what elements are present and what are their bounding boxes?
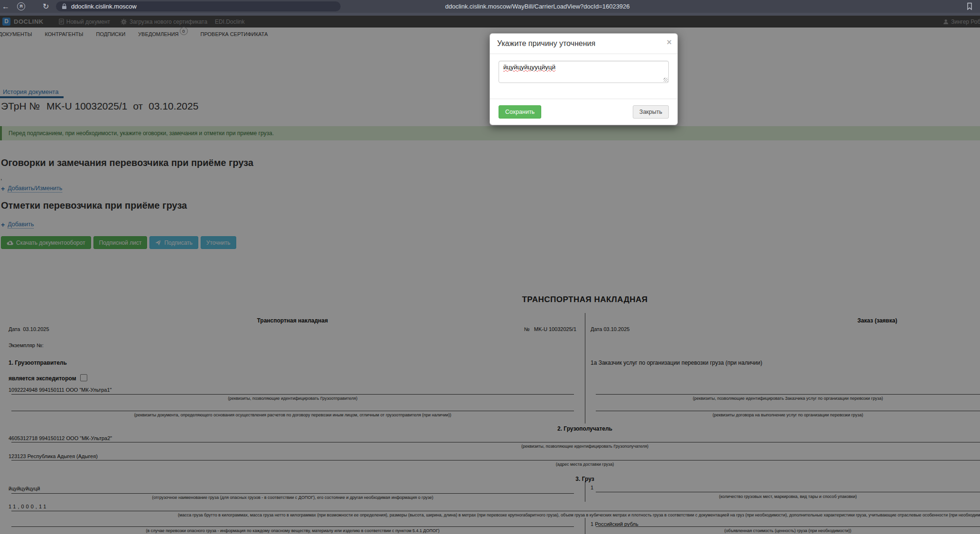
browser-toolbar: ← Я ↻ ddoclink.cislink.moscow ddoclink.c…: [0, 0, 980, 13]
app-root: ← Я ↻ ddoclink.cislink.moscow ddoclink.c…: [0, 0, 980, 534]
browser-logo-icon[interactable]: Я: [17, 2, 25, 10]
clarify-reason-modal: Укажите причину уточнения × йцуйцуйцууцй…: [490, 33, 678, 125]
page-url-title: ddoclink.cislink.moscow/WayBill/CarrierL…: [95, 0, 980, 13]
chrome-bottom-strip: [0, 13, 980, 16]
modal-footer: Сохранить Закрыть: [490, 99, 677, 125]
resize-handle-icon[interactable]: [664, 78, 668, 82]
save-button[interactable]: Сохранить: [499, 105, 541, 119]
close-button[interactable]: Закрыть: [633, 105, 669, 119]
refresh-icon[interactable]: ↻: [43, 0, 49, 13]
lock-icon: [62, 3, 67, 9]
bookmark-icon[interactable]: [967, 2, 972, 10]
close-icon[interactable]: ×: [666, 38, 672, 46]
modal-title: Укажите причину уточнения: [497, 39, 595, 47]
reason-text: йцуйцуйцууцйуцй: [503, 64, 555, 71]
back-icon[interactable]: ←: [2, 0, 9, 13]
modal-header: Укажите причину уточнения ×: [490, 34, 677, 54]
modal-body: йцуйцуйцууцйуцй: [490, 54, 677, 99]
reason-textarea[interactable]: йцуйцуйцууцйуцй: [499, 61, 669, 83]
